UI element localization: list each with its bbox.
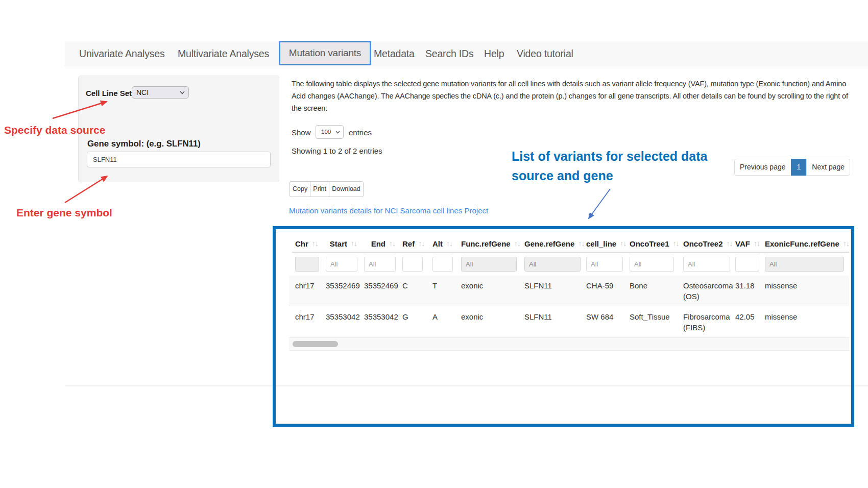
print-button[interactable]: Print: [310, 181, 329, 197]
page: Univariate Analyses Multivariate Analyse…: [0, 0, 868, 488]
download-button[interactable]: Download: [329, 181, 364, 197]
table-caption-link[interactable]: Mutation variants details for NCI Sarcom…: [289, 206, 488, 215]
showing-entries-info: Showing 1 to 2 of 2 entries: [292, 147, 382, 155]
show-entries-select[interactable]: 100: [316, 125, 344, 139]
gene-symbol-label: Gene symbol: (e.g. SLFN11): [87, 139, 201, 149]
nav-metadata[interactable]: Metadata: [374, 41, 415, 66]
export-button-group: Copy Print Download: [290, 181, 364, 197]
entries-label: entries: [349, 128, 372, 137]
nav-mutation-variants-selected[interactable]: Mutation variants: [279, 41, 371, 65]
nav-video-tutorial[interactable]: Video tutorial: [517, 41, 573, 66]
description-line3: the screen.: [292, 102, 327, 114]
next-page-button[interactable]: Next page: [806, 159, 850, 176]
pagination: Previous page 1 Next page: [734, 159, 850, 176]
page-1-button[interactable]: 1: [791, 159, 807, 176]
cell-line-set-value: NCI: [136, 88, 149, 96]
show-entries-value: 100: [321, 129, 331, 135]
show-label: Show: [292, 128, 311, 137]
annotation-list-of-variants: List of variants for selected data sourc…: [512, 147, 707, 185]
nav-univariate[interactable]: Univariate Analyses: [79, 41, 164, 66]
nav-search-ids[interactable]: Search IDs: [425, 41, 473, 66]
annotation-table-box: [273, 226, 854, 427]
annotation-specify-data-source: Specify data source: [4, 124, 105, 136]
chevron-down-icon: [180, 87, 185, 94]
cell-line-set-label: Cell Line Set: [86, 89, 132, 97]
description-line2: Acid changes (AAChange). The AAChange sp…: [292, 90, 848, 102]
annotation-list-line1: List of variants for selected data: [512, 147, 707, 166]
annotation-enter-gene-symbol: Enter gene symbol: [16, 207, 112, 219]
description-line1: The following table displays the selecte…: [292, 78, 846, 90]
nav-multivariate[interactable]: Multivariate Analyses: [178, 41, 269, 66]
nav-help[interactable]: Help: [484, 41, 504, 66]
copy-button[interactable]: Copy: [290, 181, 310, 197]
nav-bar: Univariate Analyses Multivariate Analyse…: [65, 41, 868, 66]
cell-line-set-select[interactable]: NCI: [132, 86, 189, 99]
chevron-down-icon: [335, 126, 340, 134]
gene-symbol-input[interactable]: SLFN11: [87, 152, 271, 167]
annotation-list-line2: source and gene: [512, 166, 707, 185]
blue-arrow-to-table: [589, 189, 610, 218]
previous-page-button[interactable]: Previous page: [734, 159, 791, 176]
